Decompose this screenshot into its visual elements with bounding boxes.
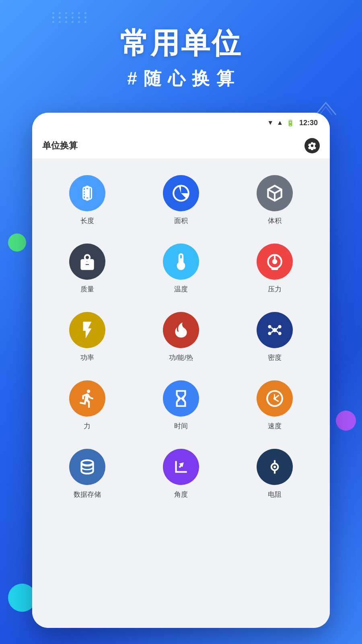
data-label: 数据存储: [74, 490, 101, 499]
power-label: 功率: [80, 353, 94, 362]
data-icon-circle: [69, 449, 105, 485]
status-time: 12:30: [299, 119, 318, 127]
svg-point-11: [278, 325, 282, 328]
angle-icon-circle: [163, 449, 199, 485]
category-force[interactable]: 力: [40, 372, 134, 441]
header-title: 常用单位: [0, 24, 362, 63]
hourglass-icon: [171, 388, 191, 409]
density-icon-circle: [257, 312, 293, 348]
weight-icon: KG: [77, 252, 97, 272]
power-icon-circle: [69, 312, 105, 348]
speed-icon-circle: [257, 380, 293, 417]
area-icon-circle: [163, 175, 199, 211]
settings-gear-icon: [308, 141, 317, 150]
svg-line-16: [272, 331, 273, 332]
pressure-icon-circle: [257, 244, 293, 280]
settings-button[interactable]: [304, 138, 320, 153]
length-label: 长度: [80, 216, 94, 225]
cube-icon: [265, 183, 285, 203]
force-icon-circle: [69, 380, 105, 417]
category-resistance[interactable]: 电阻: [228, 441, 322, 509]
app-bar: 单位换算: [32, 133, 330, 159]
lightning-icon: [77, 320, 97, 340]
temp-label: 温度: [174, 285, 188, 294]
category-temperature[interactable]: 温度: [134, 235, 228, 304]
wifi-icon: ▼: [267, 119, 274, 126]
category-density[interactable]: 密度: [228, 304, 322, 372]
volume-label: 体积: [268, 216, 282, 225]
category-power[interactable]: 功率: [40, 304, 134, 372]
category-length[interactable]: 长度: [40, 167, 134, 235]
header-section: 常用单位 # 随 心 换 算: [0, 24, 362, 91]
decoration-circle-purple: [336, 411, 356, 431]
resistance-label: 电阻: [268, 490, 282, 499]
svg-point-10: [268, 325, 272, 328]
speed-label: 速度: [268, 421, 282, 431]
category-angle[interactable]: 角度: [134, 441, 228, 509]
header-subtitle: # 随 心 换 算: [0, 67, 362, 91]
area-label: 面积: [174, 216, 188, 225]
decoration-circle-green: [8, 233, 26, 252]
svg-line-14: [272, 328, 273, 329]
category-grid: 长度 面积 体积: [36, 167, 326, 509]
phone-mockup: ▼ ▲ 🔋 12:30 单位换算: [32, 113, 330, 628]
resistance-icon-circle: [257, 449, 293, 485]
category-pressure[interactable]: 压力: [228, 235, 322, 304]
mass-icon-circle: KG: [69, 244, 105, 280]
volume-icon-circle: [257, 175, 293, 211]
category-area[interactable]: 面积: [134, 167, 228, 235]
molecule-icon: [265, 320, 285, 340]
battery-icon: 🔋: [286, 119, 294, 127]
muscle-icon: [77, 388, 97, 409]
svg-line-15: [276, 328, 278, 329]
svg-rect-8: [272, 268, 278, 270]
force-label: 力: [84, 421, 90, 431]
angle-icon: [171, 457, 191, 477]
time-label: 时间: [174, 421, 188, 431]
svg-line-19: [275, 395, 279, 398]
category-speed[interactable]: 速度: [228, 372, 322, 441]
resistor-icon: [265, 457, 285, 477]
flame-icon: [171, 320, 191, 340]
database-icon: [77, 457, 97, 477]
category-volume[interactable]: 体积: [228, 167, 322, 235]
mass-label: 质量: [80, 285, 94, 294]
category-mass[interactable]: KG 质量: [40, 235, 134, 304]
time-icon-circle: [163, 380, 199, 417]
energy-label: 功/能/热: [169, 353, 193, 362]
svg-line-17: [276, 331, 278, 332]
pressure-gauge-icon: [265, 252, 285, 272]
pressure-label: 压力: [268, 285, 282, 294]
length-icon-circle: [69, 175, 105, 211]
svg-text:KG: KG: [83, 265, 89, 269]
content-area: 长度 面积 体积: [32, 159, 330, 628]
angle-label: 角度: [174, 490, 188, 499]
svg-point-21: [274, 466, 276, 468]
pie-chart-icon: [171, 183, 191, 203]
app-title: 单位换算: [42, 140, 78, 152]
svg-point-13: [278, 332, 282, 335]
temp-icon-circle: [163, 244, 199, 280]
speedometer-icon: [265, 388, 285, 409]
bg-decoration: [52, 12, 88, 23]
svg-point-6: [272, 259, 278, 264]
status-bar: ▼ ▲ 🔋 12:30: [32, 113, 330, 133]
svg-point-12: [268, 332, 272, 335]
energy-icon-circle: [163, 312, 199, 348]
ruler-icon: [77, 183, 97, 203]
category-data[interactable]: 数据存储: [40, 441, 134, 509]
density-label: 密度: [268, 353, 282, 362]
category-energy[interactable]: 功/能/热: [134, 304, 228, 372]
thermometer-icon: [171, 252, 191, 272]
signal-icon: ▲: [277, 119, 283, 126]
category-time[interactable]: 时间: [134, 372, 228, 441]
